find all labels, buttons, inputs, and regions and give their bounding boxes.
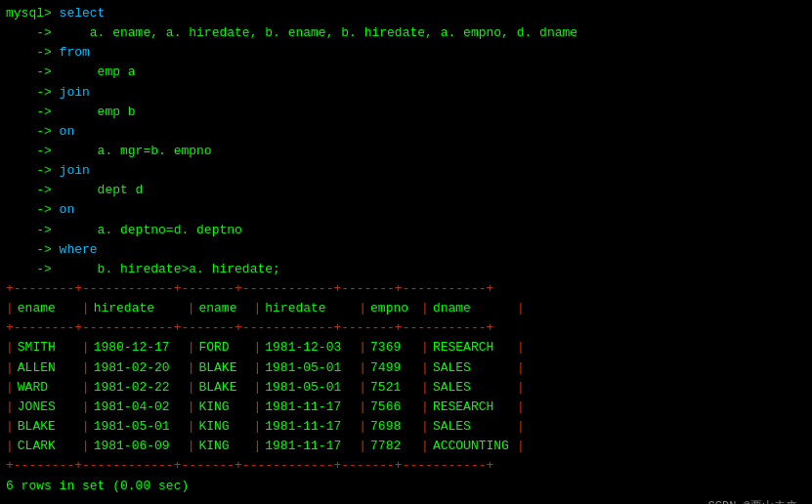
border-char: | bbox=[421, 417, 429, 437]
where-condition: b. hiredate>a. hiredate; bbox=[60, 260, 280, 279]
query-line-8: -> a. mgr=b. empno bbox=[0, 142, 812, 161]
cell-r0-c5: RESEARCH bbox=[429, 338, 517, 357]
cell-r1-c1: 1981-02-20 bbox=[90, 358, 188, 378]
keyword-from: from bbox=[60, 43, 90, 63]
select-cols: a. ename, a. hiredate, b. ename, b. hire… bbox=[60, 23, 578, 43]
table-row: |CLARK|1981-06-09|KING|1981-11-17|7782|A… bbox=[0, 437, 812, 456]
border-char: | bbox=[6, 338, 14, 357]
border-char: | bbox=[188, 358, 195, 378]
on-condition2: a. deptno=d. deptno bbox=[60, 221, 242, 240]
border-char: | bbox=[6, 398, 14, 417]
table-row: |SMITH|1980-12-17|FORD|1981-12-03|7369|R… bbox=[0, 338, 812, 357]
table-border-mid: +--------+------------+-------+---------… bbox=[0, 318, 812, 338]
border-char: | bbox=[359, 358, 366, 378]
query-line-7: -> on bbox=[0, 122, 812, 142]
border-char-end: | bbox=[517, 417, 525, 437]
cell-r2-c3: 1981-05-01 bbox=[261, 378, 359, 398]
col-header-ename1: ename bbox=[14, 299, 82, 318]
cell-r2-c0: WARD bbox=[14, 378, 82, 398]
border-char: | bbox=[6, 378, 14, 398]
arrow-prompt: -> bbox=[6, 23, 60, 43]
border-char: | bbox=[188, 338, 195, 357]
arrow-prompt-5: -> bbox=[6, 103, 60, 122]
cell-r5-c3: 1981-11-17 bbox=[261, 437, 359, 456]
border-char: | bbox=[359, 417, 366, 437]
table-header-row: |ename|hiredate|ename|hiredate|empno|dna… bbox=[0, 299, 812, 318]
border-char: | bbox=[6, 437, 14, 456]
cell-r1-c3: 1981-05-01 bbox=[261, 358, 359, 378]
cell-r1-c2: BLAKE bbox=[194, 358, 253, 378]
cell-r3-c3: 1981-11-17 bbox=[261, 398, 359, 417]
arrow-prompt-9: -> bbox=[6, 181, 60, 200]
arrow-prompt-13: -> bbox=[6, 260, 60, 279]
border-char: | bbox=[253, 338, 261, 357]
mysql-prompt: mysql> bbox=[6, 4, 60, 23]
cell-r2-c2: BLAKE bbox=[194, 378, 253, 398]
border-char: | bbox=[82, 417, 90, 437]
arrow-prompt-8: -> bbox=[6, 161, 60, 181]
table-row: |JONES|1981-04-02|KING|1981-11-17|7566|R… bbox=[0, 398, 812, 417]
arrow-prompt-4: -> bbox=[6, 83, 60, 103]
border-char: | bbox=[253, 398, 261, 417]
keyword-join2: join bbox=[60, 161, 90, 181]
cell-r2-c5: SALES bbox=[429, 378, 517, 398]
border-char: | bbox=[421, 299, 429, 318]
cell-r0-c2: FORD bbox=[194, 338, 253, 357]
border-char: | bbox=[82, 398, 90, 417]
result-footer: 6 rows in set (0.00 sec) bbox=[0, 476, 812, 496]
border-char: | bbox=[253, 299, 261, 318]
table-row: |WARD|1981-02-22|BLAKE|1981-05-01|7521|S… bbox=[0, 378, 812, 398]
cell-r4-c0: BLAKE bbox=[14, 417, 82, 437]
cell-r3-c5: RESEARCH bbox=[429, 398, 517, 417]
col-header-hire2: hiredate bbox=[261, 299, 359, 318]
border-char: | bbox=[421, 378, 429, 398]
cell-r5-c4: 7782 bbox=[366, 437, 421, 456]
arrow-prompt-2: -> bbox=[6, 43, 60, 63]
cell-r4-c2: KING bbox=[194, 417, 253, 437]
border-char: | bbox=[82, 358, 90, 378]
cell-r4-c5: SALES bbox=[429, 417, 517, 437]
table-row: |ALLEN|1981-02-20|BLAKE|1981-05-01|7499|… bbox=[0, 358, 812, 378]
border-char-end: | bbox=[517, 437, 525, 456]
query-line-14: -> b. hiredate>a. hiredate; bbox=[0, 260, 812, 279]
border-char: | bbox=[253, 358, 261, 378]
border-char: | bbox=[82, 338, 90, 357]
cell-r0-c4: 7369 bbox=[366, 338, 421, 357]
join-table-d: dept d bbox=[60, 181, 144, 200]
query-line-5: -> join bbox=[0, 83, 812, 103]
arrow-prompt-7: -> bbox=[6, 142, 60, 161]
cell-r5-c0: CLARK bbox=[14, 437, 82, 456]
border-char: | bbox=[359, 378, 366, 398]
border-char: | bbox=[82, 437, 90, 456]
query-line-9: -> join bbox=[0, 161, 812, 181]
border-char: | bbox=[6, 417, 14, 437]
query-line-2: -> a. ename, a. hiredate, b. ename, b. h… bbox=[0, 23, 812, 43]
cell-r0-c1: 1980-12-17 bbox=[90, 338, 188, 357]
table-data-rows: |SMITH|1980-12-17|FORD|1981-12-03|7369|R… bbox=[0, 338, 812, 456]
keyword-on1: on bbox=[60, 122, 75, 142]
cell-r0-c3: 1981-12-03 bbox=[261, 338, 359, 357]
border-char: | bbox=[188, 398, 195, 417]
arrow-prompt-11: -> bbox=[6, 221, 60, 240]
cell-r0-c0: SMITH bbox=[14, 338, 82, 357]
border-char-end: | bbox=[517, 338, 525, 357]
border-char: | bbox=[82, 299, 90, 318]
border-char: | bbox=[359, 338, 366, 357]
arrow-prompt-6: -> bbox=[6, 122, 60, 142]
cell-r4-c1: 1981-05-01 bbox=[90, 417, 188, 437]
cell-r4-c4: 7698 bbox=[366, 417, 421, 437]
keyword-select: select bbox=[60, 4, 106, 23]
border-char: | bbox=[82, 378, 90, 398]
query-line-4: -> emp a bbox=[0, 63, 812, 82]
col-header-empno: empno bbox=[366, 299, 421, 318]
cell-r2-c1: 1981-02-22 bbox=[90, 378, 188, 398]
cell-r5-c1: 1981-06-09 bbox=[90, 437, 188, 456]
border-char: | bbox=[359, 437, 366, 456]
terminal: mysql> select -> a. ename, a. hiredate, … bbox=[0, 0, 812, 504]
col-header-dname: dname bbox=[429, 299, 517, 318]
border-char: | bbox=[421, 398, 429, 417]
cell-r3-c2: KING bbox=[194, 398, 253, 417]
border-char: | bbox=[253, 437, 261, 456]
border-char: | bbox=[421, 358, 429, 378]
border-char: | bbox=[359, 398, 366, 417]
